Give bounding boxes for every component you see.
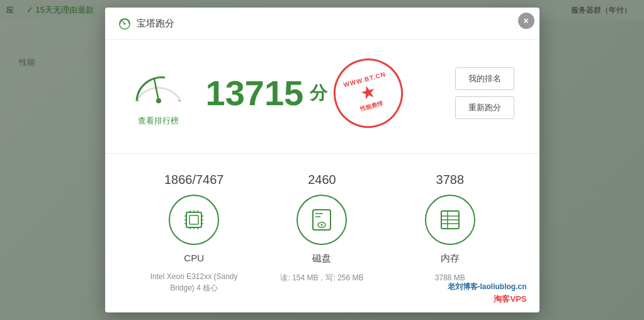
cpu-icon [180, 206, 208, 234]
modal-header: 宝塔跑分 × [105, 8, 539, 40]
modal-close-button[interactable]: × [518, 13, 534, 29]
memory-score: 3788 [436, 173, 465, 187]
score-stamp-container: 13715 分 WWW.BT.CN ★ 性能彪悍 [206, 59, 436, 128]
cpu-circle [169, 195, 219, 245]
cpu-stat: 1866/7467 [130, 173, 258, 294]
modal-title: 宝塔跑分 [118, 16, 174, 30]
disk-label: 磁盘 [312, 253, 331, 265]
action-buttons: 我的排名 重新跑分 [455, 67, 514, 119]
rerun-button[interactable]: 重新跑分 [455, 96, 514, 119]
disk-stat: 2460 磁盘 读: 154 MB，写: 256 MB [258, 173, 386, 283]
memory-circle [425, 195, 475, 245]
score-number: 13715 [206, 76, 304, 111]
disk-score: 2460 [308, 173, 336, 187]
score-unit: 分 [310, 81, 327, 105]
stamp: WWW.BT.CN ★ 性能彪悍 [326, 51, 411, 136]
speedometer-large-icon [130, 60, 187, 110]
svg-line-3 [154, 79, 159, 101]
benchmark-modal: 宝塔跑分 × [105, 8, 539, 312]
modal-body: 查看排行榜 13715 分 WWW.BT.CN ★ 性能彪悍 我的排名 [105, 40, 539, 312]
modal-title-text: 宝塔跑分 [137, 18, 174, 30]
memory-stat: 3788 内存 3788 MB [386, 173, 514, 283]
watermark-line2: 淘客VPS [494, 294, 526, 305]
disk-desc: 读: 154 MB，写: 256 MB [280, 272, 363, 283]
speedometer-container: 查看排行榜 [130, 60, 187, 127]
my-ranking-button[interactable]: 我的排名 [455, 67, 514, 90]
stamp-star: ★ [358, 82, 378, 103]
section-divider [105, 153, 539, 154]
svg-point-2 [123, 23, 125, 25]
memory-label: 内存 [441, 253, 460, 265]
svg-rect-8 [186, 212, 201, 227]
speedometer-icon [118, 16, 132, 30]
score-section: 查看排行榜 13715 分 WWW.BT.CN ★ 性能彪悍 我的排名 [130, 59, 514, 128]
watermark-line1: 老刘博客-laoliublog.cn [448, 282, 527, 292]
watermark: 老刘博客-laoliublog.cn 淘客VPS [448, 282, 527, 305]
modal-backdrop: 宝塔跑分 × [0, 0, 644, 320]
view-ranking-link[interactable]: 查看排行榜 [138, 115, 179, 127]
svg-rect-9 [189, 215, 198, 224]
disk-circle [297, 195, 347, 245]
cpu-score: 1866/7467 [164, 173, 224, 187]
stats-section: 1866/7467 [130, 173, 514, 294]
svg-point-4 [156, 98, 161, 103]
svg-point-24 [321, 224, 323, 226]
disk-icon [308, 206, 336, 234]
svg-rect-22 [313, 210, 330, 230]
memory-icon [436, 206, 464, 234]
cpu-label: CPU [184, 253, 204, 263]
cpu-desc: Intel Xeon E312xx (Sandy Bridge) 4 核心 [147, 271, 241, 294]
